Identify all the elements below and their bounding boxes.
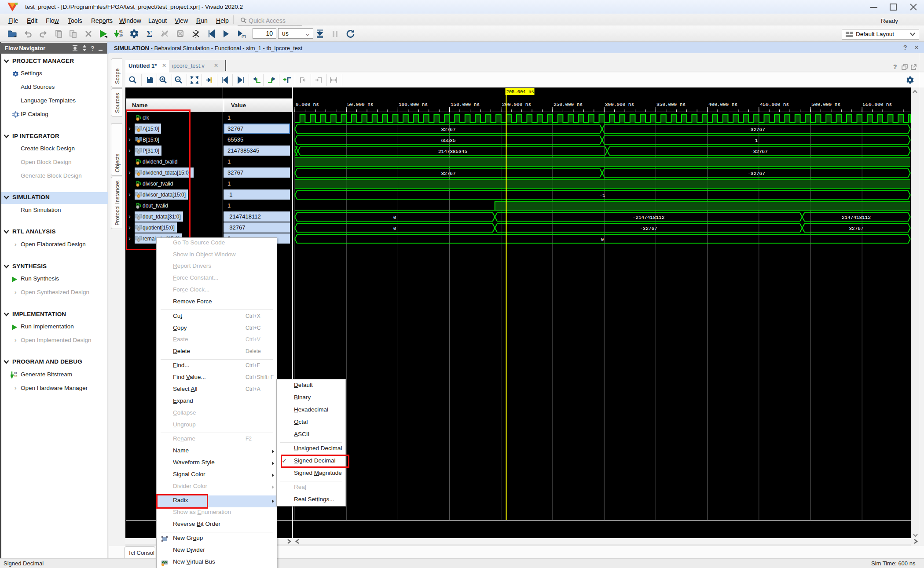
- svg-text:1: 1: [755, 138, 758, 143]
- svg-text:0: 0: [393, 215, 396, 220]
- svg-text:205.004 ns: 205.004 ns: [506, 89, 534, 95]
- svg-text:450.000 ns: 450.000 ns: [760, 102, 789, 107]
- svg-text:250.000 ns: 250.000 ns: [554, 102, 583, 107]
- svg-text:-2147418112: -2147418112: [633, 215, 665, 220]
- svg-text:150.000 ns: 150.000 ns: [451, 102, 480, 107]
- svg-text:65535: 65535: [441, 138, 455, 143]
- svg-text:32767: 32767: [849, 226, 863, 231]
- svg-text:500.000 ns: 500.000 ns: [811, 102, 840, 107]
- svg-text:0.000 ns: 0.000 ns: [296, 102, 319, 107]
- svg-text:350.000 ns: 350.000 ns: [656, 102, 686, 107]
- svg-text:-32767: -32767: [750, 149, 768, 154]
- svg-text:10: 10: [14, 375, 18, 378]
- svg-text:50.000 ns: 50.000 ns: [347, 102, 373, 107]
- svg-text:0: 0: [601, 237, 604, 242]
- svg-text:2147385345: 2147385345: [438, 149, 467, 154]
- svg-text:-32767: -32767: [748, 171, 765, 176]
- svg-text:-32767: -32767: [640, 226, 657, 231]
- svg-text:100.000 ns: 100.000 ns: [399, 102, 428, 107]
- svg-text:32767: 32767: [441, 127, 455, 132]
- svg-text:2147418112: 2147418112: [842, 215, 871, 220]
- svg-text:0: 0: [393, 226, 396, 231]
- svg-text:-32767: -32767: [748, 127, 765, 132]
- svg-text:300.000 ns: 300.000 ns: [605, 102, 634, 107]
- svg-text:32767: 32767: [441, 171, 455, 176]
- svg-text:400.000 ns: 400.000 ns: [708, 102, 737, 107]
- svg-text:-1: -1: [599, 193, 605, 198]
- svg-text:550.000 ns: 550.000 ns: [863, 102, 892, 107]
- svg-text:01: 01: [14, 371, 18, 375]
